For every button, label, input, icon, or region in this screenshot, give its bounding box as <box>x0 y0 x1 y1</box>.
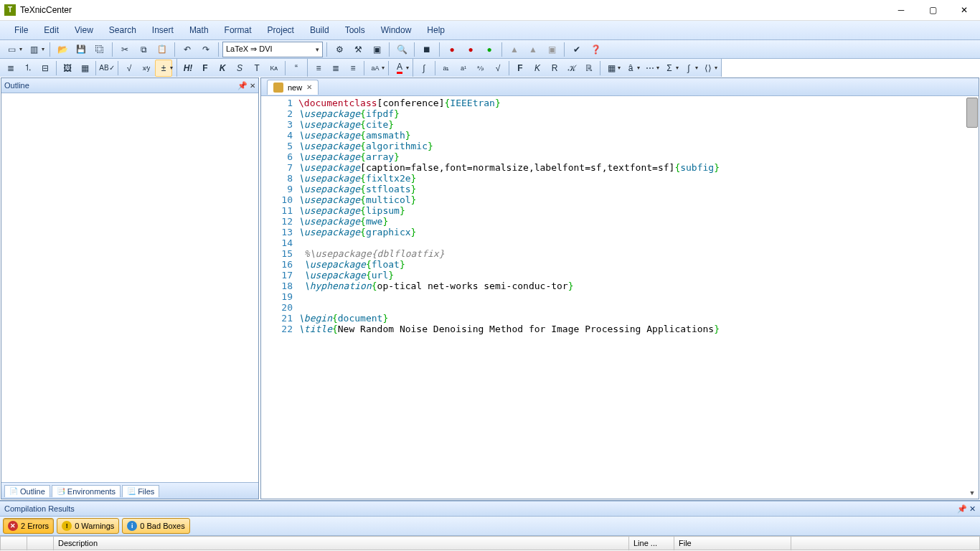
pin-icon[interactable]: 📌 <box>957 504 967 513</box>
menu-edit[interactable]: Edit <box>37 22 66 38</box>
filter-badboxes-button[interactable]: i0 Bad Boxes <box>122 518 189 534</box>
align-left-button[interactable]: ≡ <box>310 60 327 77</box>
build-button[interactable]: ⚙ <box>331 41 348 58</box>
editor-tabstrip: new ✕ <box>261 78 979 96</box>
new-button[interactable] <box>3 41 20 58</box>
undo-button[interactable] <box>179 41 196 58</box>
description-button[interactable]: ⊟ <box>37 60 54 77</box>
sqrt-button[interactable]: √ <box>121 60 138 77</box>
col-file[interactable]: File <box>674 537 791 550</box>
fraction-button[interactable]: ᵃ⁄ᵦ <box>472 60 489 77</box>
close-button[interactable]: ✕ <box>948 0 980 20</box>
stop-build-button[interactable]: ⏹ <box>418 41 435 58</box>
col-icon[interactable] <box>1 537 27 550</box>
output-profile-combo[interactable]: LaTeX ⇒ DVI ▾ <box>222 42 323 57</box>
menubar: File Edit View Search Insert Math Format… <box>0 21 980 40</box>
filter-errors-button[interactable]: ✕2 Errors <box>3 518 54 534</box>
toggle-button-a[interactable]: ▣ <box>543 41 560 58</box>
mathcal-button[interactable]: 𝒦 <box>563 60 580 77</box>
view-output-button[interactable]: 🔍 <box>393 41 410 58</box>
tab-files[interactable]: 📃Files <box>122 485 159 497</box>
col-extra[interactable] <box>791 537 980 550</box>
main-area: Outline 📌 ✕ 📄Outline 📑Environments 📃File… <box>0 77 980 500</box>
editor-tab-new[interactable]: new ✕ <box>267 80 319 95</box>
enumerate-button[interactable]: ⒈ <box>19 60 37 77</box>
next-error-button[interactable]: ● <box>443 41 461 58</box>
slanted-button[interactable]: S <box>231 60 248 77</box>
window-title: TeXnicCenter <box>20 5 72 15</box>
code-editor[interactable]: 12345678910111213141516171819202122 \doc… <box>261 96 979 499</box>
menu-project[interactable]: Project <box>260 22 301 38</box>
filter-warnings-button[interactable]: !0 Warnings <box>57 518 119 534</box>
env-icon: 📑 <box>57 487 65 496</box>
help-button[interactable]: ❓ <box>587 41 604 58</box>
info-icon: i <box>127 521 137 531</box>
minimize-button[interactable]: ─ <box>885 0 917 20</box>
bold-button[interactable]: F <box>197 60 214 77</box>
menu-math[interactable]: Math <box>182 22 216 38</box>
prev-badbox-button[interactable]: ▲ <box>524 41 542 58</box>
next-badbox-button[interactable]: ▲ <box>506 41 523 58</box>
pin-icon[interactable]: 📌 <box>237 81 248 90</box>
align-right-button[interactable]: ≡ <box>344 60 362 77</box>
scrollbar-thumb[interactable] <box>966 98 978 128</box>
new-project-button[interactable]: ▥ <box>25 41 42 58</box>
col-description[interactable]: Description <box>54 537 629 550</box>
error-icon: ✕ <box>8 521 18 531</box>
menu-format[interactable]: Format <box>217 22 259 38</box>
menu-search[interactable]: Search <box>102 22 143 38</box>
col-line[interactable]: Line ... <box>629 537 674 550</box>
open-button[interactable] <box>54 41 71 58</box>
table-button[interactable]: ▦ <box>76 60 93 77</box>
close-results-button[interactable]: ✕ <box>969 504 976 513</box>
code-content[interactable]: \documentclass[conference]{IEEEtran} \us… <box>298 96 720 499</box>
save-all-button[interactable]: ⿻ <box>91 41 108 58</box>
spell-button[interactable]: AB✓ <box>98 60 116 77</box>
col-num[interactable] <box>27 537 54 550</box>
figure-button[interactable]: 🖼 <box>59 60 76 77</box>
copy-button[interactable] <box>135 41 152 58</box>
menu-help[interactable]: Help <box>420 22 452 38</box>
tab-outline[interactable]: 📄Outline <box>4 485 50 497</box>
save-button[interactable] <box>72 41 90 58</box>
results-grid[interactable]: Description Line ... File ✕1File `mwe.st… <box>0 536 980 551</box>
menu-tools[interactable]: Tools <box>338 22 372 38</box>
mathrm-button[interactable]: R <box>546 60 563 77</box>
editor-tab-label: new <box>288 83 302 92</box>
menu-window[interactable]: Window <box>374 22 419 38</box>
typewriter-button[interactable]: T <box>248 60 265 77</box>
close-tab-button[interactable]: ✕ <box>306 83 312 91</box>
titlebar: T TeXnicCenter ─ ▢ ✕ <box>0 0 980 21</box>
close-pane-button[interactable]: ✕ <box>250 82 255 90</box>
spellcheck-button[interactable]: ✔ <box>568 41 585 58</box>
maximize-button[interactable]: ▢ <box>917 0 948 20</box>
math-mode-button[interactable]: ∫ <box>415 60 433 77</box>
mathbold-button[interactable]: F <box>512 60 529 77</box>
quote-button[interactable]: “ <box>288 60 305 77</box>
scroll-down-button[interactable]: ▼ <box>966 487 978 499</box>
paste-button[interactable] <box>154 41 171 58</box>
menu-insert[interactable]: Insert <box>145 22 181 38</box>
menu-file[interactable]: File <box>7 22 35 38</box>
mathit-button[interactable]: K <box>529 60 546 77</box>
prev-error-button[interactable]: ● <box>462 41 479 58</box>
next-warning-button[interactable]: ● <box>481 41 498 58</box>
root-button[interactable]: √ <box>489 60 507 77</box>
menu-build[interactable]: Build <box>303 22 336 38</box>
superscript-button[interactable]: a¹ <box>455 60 472 77</box>
cut-button[interactable] <box>116 41 133 58</box>
mathbb-button[interactable]: ℝ <box>580 60 598 77</box>
frac-button[interactable]: x⁄y <box>138 60 155 77</box>
itemize-button[interactable]: ≣ <box>2 60 19 77</box>
build-all-button[interactable]: ⚒ <box>349 41 367 58</box>
redo-button[interactable] <box>197 41 215 58</box>
subscript-button[interactable]: a₁ <box>438 60 455 77</box>
heading-button[interactable]: H! <box>179 60 197 77</box>
menu-view[interactable]: View <box>67 22 100 38</box>
tab-environments[interactable]: 📑Environments <box>52 485 121 497</box>
italic-button[interactable]: K <box>214 60 231 77</box>
align-center-button[interactable]: ≣ <box>327 60 344 77</box>
build-view-button[interactable]: ▣ <box>368 41 385 58</box>
smallcaps-button[interactable]: Kᴀ <box>265 60 283 77</box>
outline-body <box>1 93 258 482</box>
